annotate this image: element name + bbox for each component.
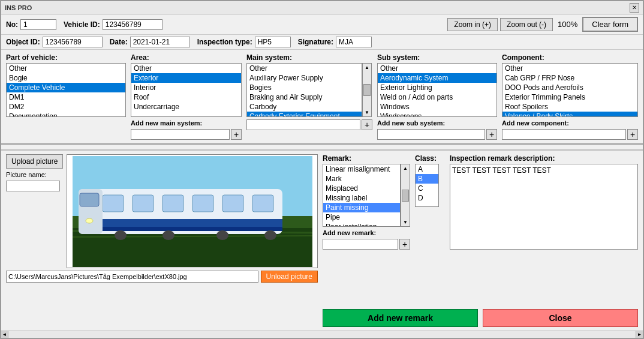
list-item[interactable]: Undercarriage <box>131 102 241 112</box>
svg-rect-11 <box>192 195 213 212</box>
scroll-right-button[interactable]: ► <box>636 331 643 338</box>
add-area-button[interactable]: + <box>231 129 242 140</box>
list-item-d[interactable]: D <box>416 193 438 203</box>
remark-scrollbar[interactable]: ▲ ▼ <box>401 164 410 227</box>
component-list[interactable]: Other Cab GRP / FRP Nose DOO Pods and Ae… <box>502 63 638 117</box>
list-item[interactable]: Mark <box>323 174 400 184</box>
list-item[interactable]: Linear misalignment <box>323 164 400 174</box>
list-item[interactable]: Misplaced <box>323 184 400 193</box>
remark-scroll-up[interactable]: ▲ <box>402 164 409 172</box>
inspection-desc-label: Inspection remark description: <box>450 154 638 163</box>
unload-picture-button[interactable]: Unload picture <box>261 271 318 283</box>
add-component-button[interactable]: + <box>627 129 638 140</box>
scroll-up-arrow[interactable]: ▲ <box>363 64 371 71</box>
bottom-section: Upload picture Picture name: <box>1 151 643 331</box>
horizontal-scrollbar[interactable]: ◄ ► <box>1 331 643 338</box>
signature-field-group: Signature: MJA <box>298 37 372 47</box>
list-item-valance[interactable]: Valance / Body Skirts <box>502 112 637 117</box>
list-item[interactable]: Documentation <box>7 112 125 117</box>
list-item-paint-missing[interactable]: Paint missing <box>323 203 400 212</box>
zoom-out-button[interactable]: Zoom out (-) <box>500 18 553 31</box>
list-item[interactable]: Other <box>131 64 241 73</box>
date-value: 2021-01-21 <box>130 37 190 47</box>
list-item[interactable]: Braking and Air Supply <box>247 92 362 102</box>
add-remark-text-label: Add new remark: <box>323 229 376 236</box>
right-panel: Remark: Linear misalignment Mark Misplac… <box>323 154 638 327</box>
add-sub-system-button[interactable]: + <box>486 129 497 140</box>
zoom-level: 100% <box>555 20 580 29</box>
list-item[interactable]: Other <box>247 64 362 73</box>
part-of-vehicle-list[interactable]: Other Bogie Complete Vehicle DM1 DM2 Doc… <box>6 63 126 117</box>
bottom-actions: Add new remark Close <box>323 309 638 327</box>
list-item[interactable]: Windows <box>378 102 496 112</box>
list-item[interactable]: Other <box>378 64 496 73</box>
list-item-a[interactable]: A <box>416 164 438 174</box>
list-item[interactable]: Carbody <box>247 102 362 112</box>
add-component-label-row: Add new component: <box>502 119 638 127</box>
scroll-down-arrow[interactable]: ▼ <box>363 109 371 116</box>
list-item[interactable]: Windscreens <box>378 112 496 117</box>
list-item[interactable]: Bogies <box>247 83 362 92</box>
list-item[interactable]: Interior <box>131 83 241 92</box>
list-item[interactable]: Auxiliary Power Supply <box>247 73 362 83</box>
list-item[interactable]: Cab GRP / FRP Nose <box>502 73 637 83</box>
area-list[interactable]: Other Exterior Interior Roof Undercarria… <box>131 63 242 117</box>
close-button[interactable]: Close <box>483 309 638 327</box>
class-list[interactable]: A B C D <box>415 164 439 207</box>
list-item[interactable]: Exterior Trimming Panels <box>502 92 637 102</box>
train-image <box>73 156 312 267</box>
remark-col: Remark: Linear misalignment Mark Misplac… <box>323 154 410 250</box>
signature-value: MJA <box>336 37 372 47</box>
remark-list[interactable]: Linear misalignment Mark Misplaced Missi… <box>323 164 401 227</box>
clear-form-button[interactable]: Clear form <box>582 17 638 32</box>
add-component-input[interactable] <box>502 129 626 140</box>
remark-scroll-thumb <box>402 190 409 202</box>
svg-point-19 <box>216 230 228 240</box>
list-item[interactable]: DM1 <box>7 92 125 102</box>
sub-system-list[interactable]: Other Aerodynamic System Exterior Lighti… <box>377 63 497 117</box>
list-item[interactable]: Weld on / Add on parts <box>378 92 496 102</box>
add-remark-action-button[interactable]: Add new remark <box>323 309 478 327</box>
list-item-b[interactable]: B <box>416 174 438 184</box>
list-item[interactable]: DOO Pods and Aerofoils <box>502 83 637 92</box>
list-item-c[interactable]: C <box>416 184 438 193</box>
no-value: 1 <box>20 19 56 30</box>
vehicle-id-value: 123456789 <box>103 19 162 30</box>
list-item[interactable]: Other <box>502 64 637 73</box>
list-item[interactable]: Exterior Lighting <box>378 83 496 92</box>
list-item[interactable]: DM2 <box>7 102 125 112</box>
main-system-list[interactable]: Other Auxiliary Power Supply Bogies Brak… <box>246 63 362 117</box>
sub-system-col: Sub system: Other Aerodynamic System Ext… <box>377 53 497 140</box>
list-item-aerodynamic[interactable]: Aerodynamic System <box>378 73 496 83</box>
file-path-input[interactable] <box>6 271 258 283</box>
list-item-exterior[interactable]: Exterior <box>131 73 241 83</box>
list-item[interactable]: Roof <box>131 92 241 102</box>
upload-picture-button[interactable]: Upload picture <box>6 154 63 169</box>
add-sub-system-input[interactable] <box>377 129 485 140</box>
svg-point-17 <box>115 230 127 240</box>
main-system-scrollbar[interactable]: ▲ ▼ <box>362 63 372 117</box>
list-item[interactable]: Roof Spoilers <box>502 102 637 112</box>
add-area-input[interactable] <box>131 129 230 140</box>
no-label: No: <box>6 20 18 29</box>
zoom-in-button[interactable]: Zoom in (+) <box>447 18 498 31</box>
scroll-left-button[interactable]: ◄ <box>1 331 8 338</box>
list-item[interactable]: Other <box>7 64 125 73</box>
add-main-system-button[interactable]: + <box>362 119 372 130</box>
window-close-button[interactable]: ✕ <box>630 3 639 13</box>
add-remark-input[interactable] <box>323 239 398 250</box>
picture-name-input[interactable] <box>6 181 60 191</box>
add-remark-button[interactable]: + <box>399 239 410 250</box>
list-item[interactable]: Bogie <box>7 73 125 83</box>
list-item-carbody-exterior[interactable]: Carbody Exterior Equipment <box>247 112 362 117</box>
list-item-complete-vehicle[interactable]: Complete Vehicle <box>7 83 125 92</box>
list-item[interactable]: Pipe <box>323 212 400 222</box>
add-main-system-input[interactable] <box>246 119 360 130</box>
part-of-vehicle-label: Part of vehicle: <box>6 53 126 62</box>
vehicle-id-field-group: Vehicle ID: 123456789 <box>64 19 162 30</box>
remark-scroll-down[interactable]: ▼ <box>402 218 409 226</box>
add-main-sys-input-row: + <box>246 119 372 130</box>
list-item[interactable]: Missing label <box>323 193 400 203</box>
list-item[interactable]: Poor installation <box>323 222 400 227</box>
svg-rect-9 <box>133 195 154 212</box>
